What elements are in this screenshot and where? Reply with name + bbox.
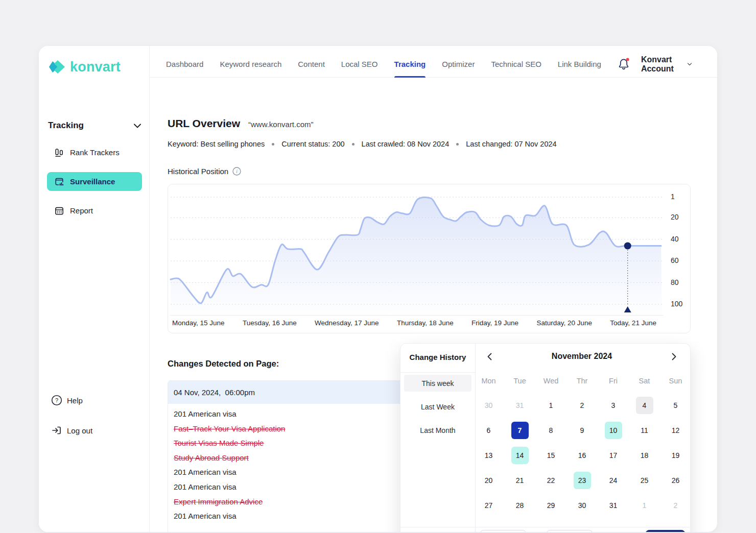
calendar-day[interactable]: 17 — [605, 447, 622, 464]
calendar-day[interactable]: 4 — [636, 397, 653, 414]
calendar-day[interactable]: 6 — [480, 422, 498, 439]
calendar-day[interactable]: 31 — [511, 397, 529, 414]
nav-tab-optimizer[interactable]: Optimizer — [442, 51, 475, 78]
calendar-day[interactable]: 25 — [636, 472, 653, 489]
rank-trackers-icon — [54, 148, 64, 158]
calendar-day-header: Sun — [660, 375, 691, 387]
calendar-day[interactable]: 9 — [574, 422, 591, 439]
meta-separator-dot — [272, 143, 274, 146]
calendar-day[interactable]: 18 — [636, 447, 653, 464]
chevron-down-icon — [134, 124, 141, 128]
calendar-day[interactable]: 13 — [480, 447, 498, 464]
popup-title: Change History — [400, 353, 475, 361]
calendar-day[interactable]: 16 — [574, 447, 591, 464]
chart-x-axis: Monday, 15 JuneTuesday, 16 JuneWednesday… — [172, 319, 656, 327]
meta-item: Last changed: 07 Nov 2024 — [466, 140, 556, 148]
calendar-day[interactable]: 21 — [511, 472, 529, 489]
calendar-day[interactable]: 29 — [542, 497, 560, 514]
chart-area-fill — [171, 197, 662, 316]
y-axis-label: 1 — [671, 192, 675, 201]
calendar-day[interactable]: 15 — [542, 447, 560, 464]
calendar-day[interactable]: 27 — [480, 497, 498, 514]
nav-tab-tracking[interactable]: Tracking — [394, 51, 426, 78]
svg-text:?: ? — [55, 397, 58, 403]
calendar-day[interactable]: 28 — [511, 497, 529, 514]
calendar-day[interactable]: 3 — [605, 397, 622, 414]
brand-name: konvart — [70, 59, 121, 75]
nav-tab-technical-seo[interactable]: Technical SEO — [491, 51, 541, 78]
y-axis-label: 20 — [671, 213, 679, 221]
calendar-day[interactable]: 1 — [636, 497, 653, 514]
calendar-day[interactable]: 20 — [480, 472, 498, 489]
calendar-day[interactable]: 30 — [574, 497, 591, 514]
y-axis-label: 40 — [671, 235, 679, 243]
popup-sidebar: Change History This weekLast WeekLast Mo… — [400, 344, 476, 532]
surveillance-icon — [54, 177, 64, 187]
sidebar-item-label: Rank Trackers — [70, 148, 120, 157]
topnav-right: Konvart Account — [618, 55, 692, 74]
sidebar-section-tracking[interactable]: Tracking — [48, 120, 141, 131]
calendar-day[interactable]: 10 — [605, 422, 622, 439]
calendar-day-header: Mon — [473, 375, 504, 387]
app-window: konvart Tracking Rank TrackersSurveillan… — [39, 46, 717, 532]
calendar-prev-month-icon[interactable] — [484, 351, 495, 362]
position-history-chart — [170, 193, 663, 317]
sidebar-item-label: Report — [70, 206, 93, 215]
nav-tab-content[interactable]: Content — [298, 51, 325, 78]
calendar-day[interactable]: 19 — [667, 447, 684, 464]
calendar-day[interactable]: 1 — [542, 397, 560, 414]
svg-text:i: i — [236, 169, 238, 174]
page-title: URL Overview — [168, 117, 240, 130]
top-navigation: DashboardKeyword researchContentLocal SE… — [150, 46, 717, 78]
popup-footer-button-primary[interactable] — [645, 530, 686, 532]
page-url: “www.konvart.com” — [248, 120, 314, 129]
calendar-day[interactable]: 23 — [574, 472, 591, 489]
nav-tab-dashboard[interactable]: Dashboard — [166, 51, 203, 78]
calendar-day[interactable]: 22 — [542, 472, 560, 489]
sidebar-item-surveillance[interactable]: Surveillance — [47, 172, 142, 191]
popup-options: This weekLast WeekLast Month — [400, 375, 475, 445]
calendar-next-month-icon[interactable] — [669, 351, 680, 362]
nav-tab-local-seo[interactable]: Local SEO — [341, 51, 378, 78]
x-axis-label: Thursday, 18 June — [397, 319, 454, 327]
meta-separator-dot — [352, 143, 355, 146]
calendar-day[interactable]: 2 — [574, 397, 591, 414]
meta-item: Keyword: Best selling phones — [168, 140, 265, 148]
logout-icon — [51, 425, 62, 436]
info-icon[interactable]: i — [232, 167, 241, 176]
calendar-day[interactable]: 2 — [667, 497, 684, 514]
popup-option-last-week[interactable]: Last Week — [404, 398, 471, 415]
popup-option-last-month[interactable]: Last Month — [404, 422, 471, 439]
url-meta-row: Keyword: Best selling phonesCurrent stat… — [168, 140, 557, 148]
sidebar: konvart Tracking Rank TrackersSurveillan… — [39, 46, 150, 532]
calendar-day[interactable]: 26 — [667, 472, 684, 489]
calendar-day[interactable]: 8 — [542, 422, 560, 439]
calendar-day[interactable]: 11 — [636, 422, 653, 439]
sidebar-item-logout[interactable]: Log out — [51, 424, 149, 437]
x-axis-label: Monday, 15 June — [172, 319, 225, 327]
help-icon: ? — [51, 395, 62, 406]
calendar-day-header: Fri — [598, 375, 629, 387]
nav-tab-keyword-research[interactable]: Keyword research — [220, 51, 281, 78]
notifications-bell-icon[interactable] — [618, 58, 630, 71]
calendar-day[interactable]: 30 — [480, 397, 498, 414]
x-axis-label: Today, 21 June — [610, 319, 656, 327]
calendar-day[interactable]: 12 — [667, 422, 684, 439]
calendar-day[interactable]: 7 — [511, 422, 529, 439]
calendar-day[interactable]: 31 — [605, 497, 622, 514]
calendar-day[interactable]: 14 — [511, 447, 529, 464]
nav-tab-link-building[interactable]: Link Building — [558, 51, 601, 78]
report-icon — [54, 206, 64, 216]
historical-position-chart-card: 120406080100 Monday, 15 JuneTuesday, 16 … — [168, 184, 691, 333]
popup-footer-button-2[interactable] — [546, 530, 593, 532]
sidebar-item-report[interactable]: Report — [47, 201, 142, 220]
current-position-marker — [624, 242, 631, 249]
popup-option-this-week[interactable]: This week — [404, 375, 471, 392]
sidebar-item-rank-trackers[interactable]: Rank Trackers — [47, 143, 142, 162]
popup-footer-button-1[interactable] — [480, 530, 527, 532]
sidebar-footer: ? Help Log out — [51, 394, 149, 454]
calendar-day[interactable]: 24 — [605, 472, 622, 489]
sidebar-item-help[interactable]: ? Help — [51, 394, 149, 406]
account-menu[interactable]: Konvart Account — [641, 55, 692, 74]
calendar-day[interactable]: 5 — [667, 397, 684, 414]
